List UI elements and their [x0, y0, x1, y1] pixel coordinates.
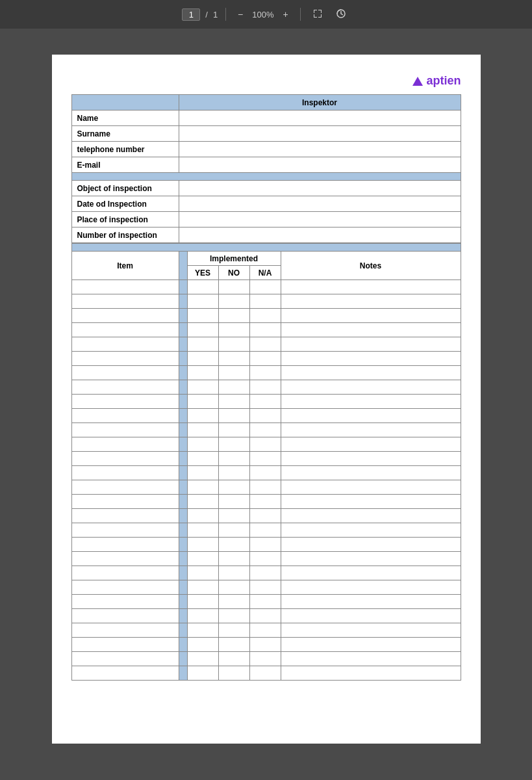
notes-cell[interactable]	[281, 552, 461, 566]
object-value[interactable]	[179, 181, 461, 196]
na-cell[interactable]	[249, 409, 281, 423]
zoom-in-button[interactable]: +	[279, 8, 292, 21]
na-cell[interactable]	[249, 366, 281, 380]
name-value[interactable]	[179, 110, 461, 126]
yes-cell[interactable]	[187, 538, 218, 552]
no-cell[interactable]	[218, 638, 249, 652]
telephone-value[interactable]	[179, 142, 461, 157]
item-cell[interactable]	[71, 595, 179, 609]
no-cell[interactable]	[218, 309, 249, 323]
zoom-out-button[interactable]: −	[234, 8, 247, 21]
item-cell[interactable]	[71, 423, 179, 437]
notes-cell[interactable]	[281, 466, 461, 480]
na-cell[interactable]	[249, 552, 281, 566]
yes-cell[interactable]	[187, 323, 218, 337]
item-cell[interactable]	[71, 652, 179, 666]
no-cell[interactable]	[218, 480, 249, 495]
na-cell[interactable]	[249, 566, 281, 580]
item-cell[interactable]	[71, 538, 179, 552]
na-cell[interactable]	[249, 538, 281, 552]
na-cell[interactable]	[249, 437, 281, 452]
na-cell[interactable]	[249, 623, 281, 638]
na-cell[interactable]	[249, 638, 281, 652]
na-cell[interactable]	[249, 452, 281, 466]
fit-page-button[interactable]	[309, 7, 327, 22]
na-cell[interactable]	[249, 280, 281, 294]
na-cell[interactable]	[249, 509, 281, 523]
no-cell[interactable]	[218, 538, 249, 552]
notes-cell[interactable]	[281, 437, 461, 452]
na-cell[interactable]	[249, 423, 281, 437]
no-cell[interactable]	[218, 623, 249, 638]
no-cell[interactable]	[218, 509, 249, 523]
na-cell[interactable]	[249, 395, 281, 409]
item-cell[interactable]	[71, 609, 179, 623]
no-cell[interactable]	[218, 395, 249, 409]
no-cell[interactable]	[218, 566, 249, 580]
item-cell[interactable]	[71, 509, 179, 523]
yes-cell[interactable]	[187, 409, 218, 423]
na-cell[interactable]	[249, 323, 281, 337]
no-cell[interactable]	[218, 323, 249, 337]
yes-cell[interactable]	[187, 395, 218, 409]
notes-cell[interactable]	[281, 337, 461, 352]
yes-cell[interactable]	[187, 380, 218, 395]
notes-cell[interactable]	[281, 309, 461, 323]
notes-cell[interactable]	[281, 638, 461, 652]
no-cell[interactable]	[218, 666, 249, 681]
notes-cell[interactable]	[281, 480, 461, 495]
yes-cell[interactable]	[187, 566, 218, 580]
item-cell[interactable]	[71, 552, 179, 566]
no-cell[interactable]	[218, 452, 249, 466]
notes-cell[interactable]	[281, 623, 461, 638]
notes-cell[interactable]	[281, 280, 461, 294]
yes-cell[interactable]	[187, 423, 218, 437]
notes-cell[interactable]	[281, 323, 461, 337]
item-cell[interactable]	[71, 352, 179, 366]
no-cell[interactable]	[218, 337, 249, 352]
item-cell[interactable]	[71, 523, 179, 538]
yes-cell[interactable]	[187, 552, 218, 566]
no-cell[interactable]	[218, 495, 249, 509]
na-cell[interactable]	[249, 580, 281, 595]
notes-cell[interactable]	[281, 395, 461, 409]
notes-cell[interactable]	[281, 409, 461, 423]
no-cell[interactable]	[218, 423, 249, 437]
surname-value[interactable]	[179, 126, 461, 142]
notes-cell[interactable]	[281, 294, 461, 309]
yes-cell[interactable]	[187, 337, 218, 352]
no-cell[interactable]	[218, 352, 249, 366]
item-cell[interactable]	[71, 380, 179, 395]
yes-cell[interactable]	[187, 280, 218, 294]
yes-cell[interactable]	[187, 652, 218, 666]
no-cell[interactable]	[218, 380, 249, 395]
na-cell[interactable]	[249, 495, 281, 509]
item-cell[interactable]	[71, 409, 179, 423]
email-value[interactable]	[179, 157, 461, 173]
yes-cell[interactable]	[187, 623, 218, 638]
na-cell[interactable]	[249, 666, 281, 681]
na-cell[interactable]	[249, 352, 281, 366]
number-value[interactable]	[179, 228, 461, 243]
notes-cell[interactable]	[281, 380, 461, 395]
item-cell[interactable]	[71, 395, 179, 409]
no-cell[interactable]	[218, 366, 249, 380]
notes-cell[interactable]	[281, 538, 461, 552]
no-cell[interactable]	[218, 294, 249, 309]
item-cell[interactable]	[71, 638, 179, 652]
na-cell[interactable]	[249, 466, 281, 480]
notes-cell[interactable]	[281, 423, 461, 437]
item-cell[interactable]	[71, 294, 179, 309]
no-cell[interactable]	[218, 580, 249, 595]
no-cell[interactable]	[218, 523, 249, 538]
yes-cell[interactable]	[187, 294, 218, 309]
yes-cell[interactable]	[187, 509, 218, 523]
page-current-input[interactable]: 1	[182, 8, 200, 21]
yes-cell[interactable]	[187, 580, 218, 595]
na-cell[interactable]	[249, 309, 281, 323]
yes-cell[interactable]	[187, 309, 218, 323]
item-cell[interactable]	[71, 480, 179, 495]
yes-cell[interactable]	[187, 437, 218, 452]
notes-cell[interactable]	[281, 595, 461, 609]
na-cell[interactable]	[249, 294, 281, 309]
